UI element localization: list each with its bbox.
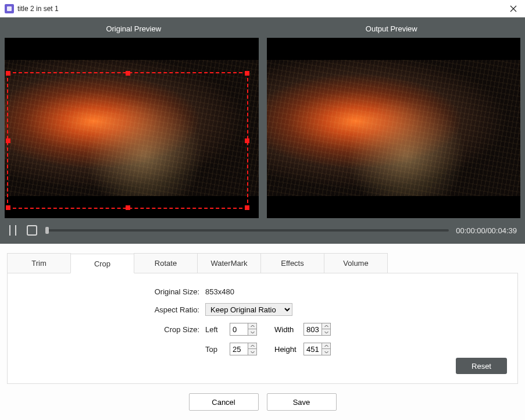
tab-effects[interactable]: Effects — [260, 253, 324, 273]
original-preview[interactable] — [5, 38, 259, 218]
tab-volume[interactable]: Volume — [324, 253, 388, 273]
tab-rotate[interactable]: Rotate — [134, 253, 198, 273]
crop-left-input[interactable] — [230, 325, 248, 334]
seek-bar[interactable] — [45, 229, 449, 232]
pause-icon — [8, 224, 19, 237]
crop-height-input[interactable] — [304, 345, 322, 354]
crop-top-input[interactable] — [230, 345, 248, 354]
crop-height-label: Height — [274, 345, 303, 354]
crop-height-up[interactable] — [322, 343, 330, 349]
crop-handle-top-right[interactable] — [245, 71, 249, 76]
editor-panel: TrimCropRotateWaterMarkEffectsVolume Ori… — [0, 244, 525, 420]
crop-left-down[interactable] — [248, 329, 256, 335]
save-button[interactable]: Save — [267, 393, 337, 411]
crop-selection[interactable] — [7, 72, 248, 209]
original-size-label: Original Size: — [19, 287, 205, 296]
crop-left-stepper[interactable] — [230, 323, 257, 336]
crop-tab-panel: Original Size: 853x480 Aspect Ratio: Kee… — [7, 273, 518, 384]
crop-top-label: Top — [205, 345, 230, 354]
play-pause-button[interactable] — [8, 224, 19, 237]
crop-width-up[interactable] — [322, 323, 330, 329]
crop-top-down[interactable] — [248, 349, 256, 355]
crop-width-input[interactable] — [304, 325, 322, 334]
svg-rect-0 — [7, 6, 12, 11]
preview-area: Original Preview Output Preview — [0, 17, 525, 244]
crop-width-down[interactable] — [322, 329, 330, 335]
crop-handle-bot-left[interactable] — [6, 205, 10, 210]
stop-icon — [26, 224, 38, 237]
cancel-button[interactable]: Cancel — [189, 393, 259, 411]
crop-handle-top-mid[interactable] — [126, 71, 130, 76]
crop-handle-bot-mid[interactable] — [126, 205, 130, 210]
close-icon — [510, 5, 517, 12]
tab-crop[interactable]: Crop — [70, 254, 134, 273]
original-size-value: 853x480 — [205, 287, 234, 296]
output-preview-label: Output Preview — [263, 21, 521, 38]
crop-handle-mid-left[interactable] — [6, 138, 10, 143]
timecode: 00:00:00/00:04:39 — [456, 226, 517, 235]
crop-top-up[interactable] — [248, 343, 256, 349]
reset-button[interactable]: Reset — [456, 358, 507, 374]
tab-watermark[interactable]: WaterMark — [197, 253, 261, 273]
aspect-ratio-label: Aspect Ratio: — [19, 305, 205, 314]
output-preview — [267, 38, 521, 218]
stop-button[interactable] — [26, 224, 38, 237]
seek-knob[interactable] — [45, 227, 49, 234]
crop-left-label: Left — [205, 325, 230, 334]
crop-top-stepper[interactable] — [230, 343, 257, 355]
app-icon — [5, 4, 14, 13]
close-button[interactable] — [502, 0, 525, 17]
crop-left-up[interactable] — [248, 323, 256, 329]
crop-height-stepper[interactable] — [303, 343, 331, 355]
window-title: title 2 in set 1 — [17, 5, 502, 13]
dialog-footer: Cancel Save — [7, 384, 518, 415]
aspect-ratio-select[interactable]: Keep Original Ratio — [205, 303, 292, 316]
tab-trim[interactable]: Trim — [7, 253, 71, 273]
tab-strip: TrimCropRotateWaterMarkEffectsVolume — [7, 253, 518, 273]
crop-handle-mid-right[interactable] — [245, 138, 249, 143]
crop-size-label: Crop Size: — [19, 325, 205, 334]
video-frame-output — [267, 60, 521, 196]
crop-handle-bot-right[interactable] — [245, 205, 249, 210]
crop-width-stepper[interactable] — [303, 323, 331, 336]
crop-width-label: Width — [274, 325, 303, 334]
crop-handle-top-left[interactable] — [6, 71, 10, 76]
original-preview-label: Original Preview — [5, 21, 263, 38]
crop-height-down[interactable] — [322, 349, 330, 355]
title-bar: title 2 in set 1 — [0, 0, 525, 17]
svg-rect-1 — [27, 226, 37, 235]
